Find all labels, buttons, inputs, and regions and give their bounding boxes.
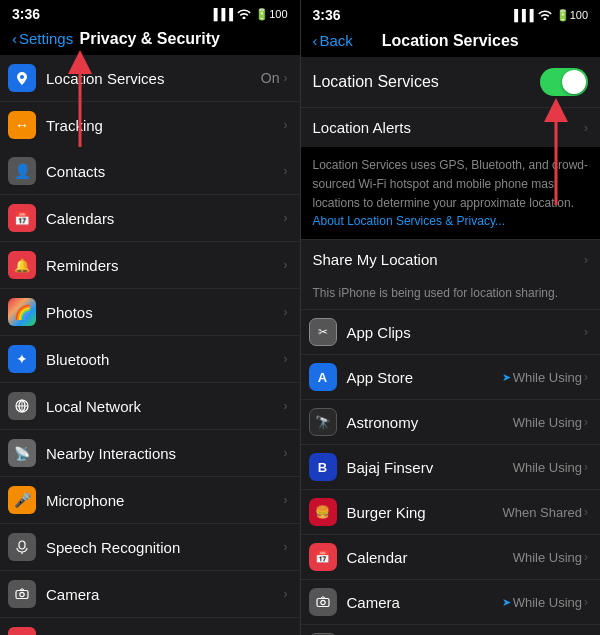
status-bar-right: 3:36 ▐▐▐ 🔋100 <box>301 0 601 28</box>
chevron-bajaj: › <box>584 460 588 474</box>
chevron-back-icon: ‹ <box>313 32 318 49</box>
location-services-row[interactable]: Location Services <box>301 57 601 108</box>
chevron-speech: › <box>284 540 288 554</box>
microphone-icon: 🎤 <box>8 486 36 514</box>
chevron-bluetooth: › <box>284 352 288 366</box>
calendars-label: Calendars <box>46 210 284 227</box>
list-item-contacts[interactable]: 👤 Contacts › <box>0 148 300 195</box>
bluetooth-icon: ✦ <box>8 345 36 373</box>
app-store-name: App Store <box>347 369 502 386</box>
camera-app-name: Camera <box>347 594 502 611</box>
location-arrow-camera: ➤ <box>502 596 511 609</box>
bajaj-finserv-status: While Using <box>513 460 582 475</box>
location-description-text: Location Services uses GPS, Bluetooth, a… <box>313 158 588 210</box>
location-arrow-app-store: ➤ <box>502 371 511 384</box>
app-item-app-store[interactable]: A App Store ➤ While Using › <box>301 355 601 400</box>
time-right: 3:36 <box>313 7 341 23</box>
photos-label: Photos <box>46 304 284 321</box>
camera-label: Camera <box>46 586 284 603</box>
list-item-nearby-interactions[interactable]: 📡 Nearby Interactions › <box>0 430 300 477</box>
app-item-astronomy[interactable]: 🔭 Astronomy While Using › <box>301 400 601 445</box>
chevron-left-icon: ‹ <box>12 30 17 47</box>
camera-icon-right <box>309 588 337 616</box>
chevron-local-network: › <box>284 399 288 413</box>
reminders-label: Reminders <box>46 257 284 274</box>
chevron-app-store: › <box>584 370 588 384</box>
list-item-photos[interactable]: 🌈 Photos › <box>0 289 300 336</box>
page-title-right: Location Services <box>382 32 519 50</box>
app-store-status: While Using <box>513 370 582 385</box>
astronomy-status: While Using <box>513 415 582 430</box>
section-2-left: 👤 Contacts › 📅 Calendars › 🔔 Reminders ›… <box>0 148 300 635</box>
app-clips-name: App Clips <box>347 324 585 341</box>
signal-icon-right: ▐▐▐ <box>510 9 533 21</box>
chevron-icon: › <box>284 71 288 85</box>
wifi-icon-left <box>237 8 251 21</box>
share-my-location-label: Share My Location <box>313 251 585 268</box>
list-item-tracking[interactable]: ↔ Tracking › <box>0 102 300 148</box>
chevron-contacts: › <box>284 164 288 178</box>
astronomy-icon: 🔭 <box>309 408 337 436</box>
battery-icon-left: 🔋100 <box>255 8 287 21</box>
bluetooth-label: Bluetooth <box>46 351 284 368</box>
app-item-calendar[interactable]: 📅 Calendar While Using › <box>301 535 601 580</box>
chevron-burger-king: › <box>584 505 588 519</box>
tracking-label: Tracking <box>46 117 284 134</box>
apps-list: ✂ App Clips › A App Store ➤ While Using … <box>301 310 601 635</box>
app-item-camera[interactable]: Camera ➤ While Using › <box>301 580 601 625</box>
speech-recognition-icon <box>8 533 36 561</box>
app-item-burger-king[interactable]: 🍔 Burger King When Shared › <box>301 490 601 535</box>
nav-bar-right: ‹ Back Location Services <box>301 28 601 57</box>
list-item-reminders[interactable]: 🔔 Reminders › <box>0 242 300 289</box>
list-item-bluetooth[interactable]: ✦ Bluetooth › <box>0 336 300 383</box>
share-my-location-row[interactable]: Share My Location › <box>301 239 601 279</box>
calendar-icon-right: 📅 <box>309 543 337 571</box>
list-item-location-services[interactable]: Location Services On › <box>0 55 300 102</box>
list-item-microphone[interactable]: 🎤 Microphone › <box>0 477 300 524</box>
burger-king-status: When Shared <box>503 505 583 520</box>
camera-icon <box>8 580 36 608</box>
back-button-right[interactable]: ‹ Back <box>313 32 353 49</box>
chevron-location-alerts: › <box>584 121 588 135</box>
chevron-calendars: › <box>284 211 288 225</box>
back-label-left: Settings <box>19 30 73 47</box>
back-button-left[interactable]: ‹ Settings <box>12 30 73 47</box>
app-item-app-clips[interactable]: ✂ App Clips › <box>301 310 601 355</box>
bajaj-finserv-icon: B <box>309 453 337 481</box>
list-item-health[interactable]: ❤ Health › <box>0 618 300 635</box>
chevron-astronomy: › <box>584 415 588 429</box>
burger-king-icon: 🍔 <box>309 498 337 526</box>
svg-rect-1 <box>19 541 25 549</box>
chevron-camera-app: › <box>584 595 588 609</box>
location-description-link[interactable]: About Location Services & Privacy... <box>313 214 506 228</box>
svg-point-6 <box>320 601 324 605</box>
chevron-nearby: › <box>284 446 288 460</box>
nearby-interactions-icon: 📡 <box>8 439 36 467</box>
location-services-toggle[interactable] <box>540 68 588 96</box>
share-description-text: This iPhone is being used for location s… <box>313 286 558 300</box>
list-item-camera[interactable]: Camera › <box>0 571 300 618</box>
app-item-compass[interactable]: 🧭 Compass When Shared › <box>301 625 601 635</box>
wifi-icon-right <box>538 9 552 22</box>
signal-icon-left: ▐▐▐ <box>210 8 233 20</box>
local-network-label: Local Network <box>46 398 284 415</box>
nearby-interactions-label: Nearby Interactions <box>46 445 284 462</box>
location-services-toggle-label: Location Services <box>313 73 541 91</box>
contacts-label: Contacts <box>46 163 284 180</box>
calendars-icon: 📅 <box>8 204 36 232</box>
app-item-bajaj-finserv[interactable]: B Bajaj Finserv While Using › <box>301 445 601 490</box>
list-item-calendars[interactable]: 📅 Calendars › <box>0 195 300 242</box>
location-description-block: Location Services uses GPS, Bluetooth, a… <box>301 147 601 239</box>
list-item-speech-recognition[interactable]: Speech Recognition › <box>0 524 300 571</box>
status-bar-left: 3:36 ▐▐▐ 🔋100 <box>0 0 300 26</box>
list-item-local-network[interactable]: Local Network › <box>0 383 300 430</box>
app-clips-icon: ✂ <box>309 318 337 346</box>
time-left: 3:36 <box>12 6 40 22</box>
chevron-photos: › <box>284 305 288 319</box>
svg-point-3 <box>20 592 24 596</box>
calendar-status: While Using <box>513 550 582 565</box>
location-alerts-row[interactable]: Location Alerts › <box>301 108 601 147</box>
battery-icon-right: 🔋100 <box>556 9 588 22</box>
astronomy-name: Astronomy <box>347 414 513 431</box>
reminders-icon: 🔔 <box>8 251 36 279</box>
